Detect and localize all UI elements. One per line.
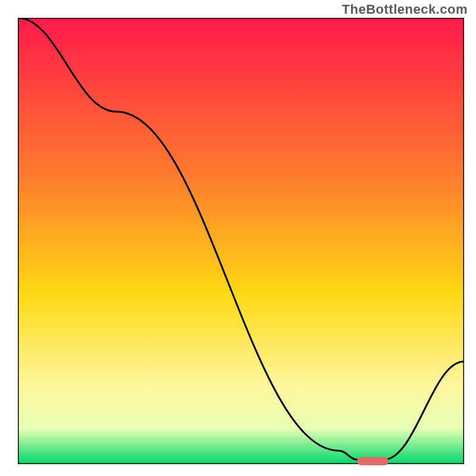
- watermark-text: TheBottleneck.com: [342, 2, 468, 17]
- optimal-range-marker: [357, 457, 389, 465]
- gradient-background: [18, 18, 464, 464]
- plot-area: [18, 18, 464, 464]
- chart-frame: TheBottleneck.com: [0, 0, 476, 476]
- chart-svg: [18, 18, 464, 464]
